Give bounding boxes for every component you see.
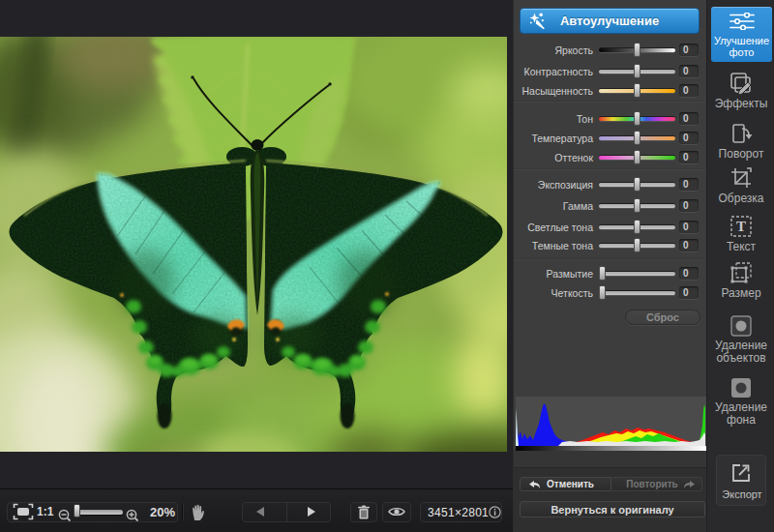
svg-text:T: T (736, 219, 746, 234)
